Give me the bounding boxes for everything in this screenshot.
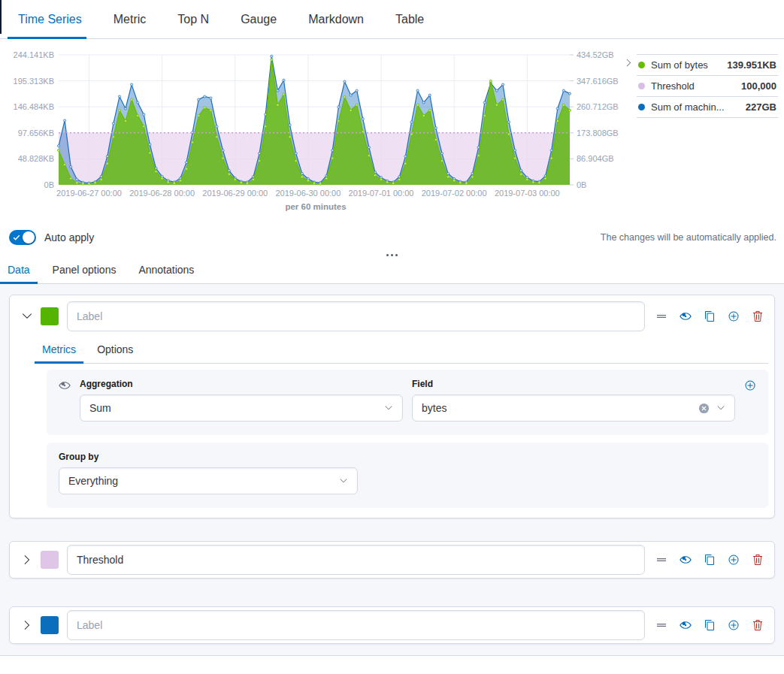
chevron-down-icon: [384, 403, 393, 413]
timeseries-preview: 0B0B48.828KB86.904GB97.656KB173.808GB146…: [0, 39, 784, 222]
visualization-type-tabs: Time SeriesMetricTop NGaugeMarkdownTable: [0, 0, 784, 39]
delete-series-icon[interactable]: [752, 310, 764, 322]
svg-text:260.712GB: 260.712GB: [577, 102, 619, 111]
series-tab-metrics[interactable]: Metrics: [41, 343, 77, 363]
auto-apply-label: Auto apply: [44, 231, 94, 243]
metric-subpanel: Aggregation Sum Field bytes: [47, 370, 768, 435]
series-actions: [655, 310, 764, 322]
collapse-series-icon[interactable]: [21, 310, 33, 322]
svg-text:86.904GB: 86.904GB: [577, 154, 614, 163]
chevron-down-icon: [339, 476, 348, 485]
series-panel-threshold: [9, 541, 775, 579]
add-series-icon[interactable]: [728, 310, 740, 322]
delete-series-icon[interactable]: [752, 619, 764, 631]
series-label-input[interactable]: [67, 301, 645, 331]
tab-top-n[interactable]: Top N: [177, 0, 209, 38]
field-label: Field: [412, 379, 735, 389]
hide-series-icon[interactable]: [680, 554, 692, 566]
svg-text:244.141KB: 244.141KB: [14, 50, 54, 59]
tab-gauge[interactable]: Gauge: [241, 0, 277, 38]
clear-field-icon[interactable]: [698, 403, 710, 414]
aggregation-label: Aggregation: [80, 379, 403, 389]
svg-text:0B: 0B: [44, 180, 54, 189]
hide-series-icon[interactable]: [680, 310, 692, 322]
legend-dot-icon: [638, 83, 645, 89]
series-color-swatch[interactable]: [41, 551, 59, 569]
legend-label: Sum of bytes: [651, 59, 708, 71]
editor-tab-panel-options[interactable]: Panel options: [51, 264, 118, 283]
legend-collapse-icon[interactable]: [624, 58, 634, 68]
legend-label: Sum of machin...: [651, 101, 725, 113]
legend-value: 139.951KB: [727, 59, 776, 71]
drag-handle-icon[interactable]: [655, 619, 667, 631]
aggregation-select[interactable]: Sum: [80, 394, 403, 422]
group-by-select[interactable]: Everything: [59, 467, 358, 494]
auto-apply-bar: Auto apply The changes will be automatic…: [0, 222, 784, 248]
group-by-label: Group by: [59, 452, 358, 462]
editor-tab-annotations[interactable]: Annotations: [137, 264, 195, 283]
legend-label: Threshold: [651, 80, 695, 92]
expand-series-icon[interactable]: [21, 619, 33, 631]
clone-series-icon[interactable]: [704, 619, 716, 631]
check-icon: [13, 234, 20, 241]
svg-text:2019-06-29 00:00: 2019-06-29 00:00: [202, 189, 268, 198]
svg-text:195.313KB: 195.313KB: [14, 77, 54, 86]
group-by-column: Group by Everything: [59, 452, 358, 494]
aggregation-column: Aggregation Sum: [80, 379, 403, 422]
tab-table[interactable]: Table: [395, 0, 424, 38]
editor-resize-handle[interactable]: [0, 248, 784, 262]
clone-series-icon[interactable]: [704, 310, 716, 322]
series-actions: [655, 554, 764, 566]
add-series-icon[interactable]: [728, 619, 740, 631]
legend-dot-icon: [638, 104, 645, 110]
delete-series-icon[interactable]: [752, 554, 764, 566]
series-panel-sum-of-bytes: MetricsOptions Aggregation Sum Field byt…: [9, 295, 775, 518]
svg-text:per 60 minutes: per 60 minutes: [285, 202, 346, 211]
legend-item-threshold: Threshold100,000: [637, 75, 778, 96]
series-color-swatch[interactable]: [41, 616, 59, 634]
editor-tabs: DataPanel optionsAnnotations: [0, 262, 784, 284]
tab-metric[interactable]: Metric: [114, 0, 147, 38]
series-label-input[interactable]: [67, 545, 645, 575]
toggle-knob: [23, 231, 35, 243]
series-list: MetricsOptions Aggregation Sum Field byt…: [0, 284, 784, 656]
series-tab-options[interactable]: Options: [95, 343, 135, 363]
legend-value: 227GB: [746, 101, 776, 113]
metric-visibility-icon[interactable]: [59, 379, 71, 391]
add-series-icon[interactable]: [728, 554, 740, 566]
auto-apply-note: The changes will be automatically applie…: [601, 232, 776, 243]
svg-text:2019-07-03 00:00: 2019-07-03 00:00: [495, 189, 560, 198]
series-actions: [655, 619, 764, 631]
series-color-swatch[interactable]: [41, 307, 59, 325]
aggregation-value: Sum: [89, 402, 111, 414]
legend-item-sum-of-machin-: Sum of machin...227GB: [637, 96, 778, 118]
svg-text:97.656KB: 97.656KB: [18, 128, 54, 138]
legend-item-sum-of-bytes: Sum of bytes139.951KB: [637, 54, 778, 75]
expand-series-icon[interactable]: [21, 554, 33, 566]
svg-text:2019-06-30 00:00: 2019-06-30 00:00: [275, 189, 341, 198]
field-combobox[interactable]: bytes: [412, 394, 735, 422]
field-column: Field bytes: [412, 379, 735, 422]
add-metric-icon[interactable]: [744, 379, 756, 391]
drag-handle-icon[interactable]: [655, 554, 667, 566]
svg-text:146.484KB: 146.484KB: [14, 102, 54, 111]
legend-dot-icon: [638, 62, 645, 68]
series-label-input[interactable]: [67, 610, 645, 640]
drag-handle-icon[interactable]: [655, 310, 667, 322]
series-panel-machine-ram: [9, 606, 775, 644]
chevron-down-icon[interactable]: [716, 403, 725, 413]
editor-tab-data[interactable]: Data: [6, 264, 32, 283]
tab-time-series[interactable]: Time Series: [18, 0, 82, 38]
page-edge-accent: [0, 0, 2, 34]
series-header-row: [16, 301, 768, 331]
hide-series-icon[interactable]: [680, 619, 692, 631]
series-editor-tabs: MetricsOptions: [41, 343, 768, 364]
group-by-value: Everything: [68, 475, 118, 487]
legend-value: 100,000: [741, 80, 776, 92]
tsvb-chart-svg: 0B0B48.828KB86.904GB97.656KB173.808GB146…: [0, 39, 624, 218]
group-by-subpanel: Group by Everything: [47, 443, 768, 508]
svg-text:48.828KB: 48.828KB: [18, 154, 54, 163]
clone-series-icon[interactable]: [704, 554, 716, 566]
tab-markdown[interactable]: Markdown: [308, 0, 364, 38]
auto-apply-toggle[interactable]: [9, 230, 36, 245]
